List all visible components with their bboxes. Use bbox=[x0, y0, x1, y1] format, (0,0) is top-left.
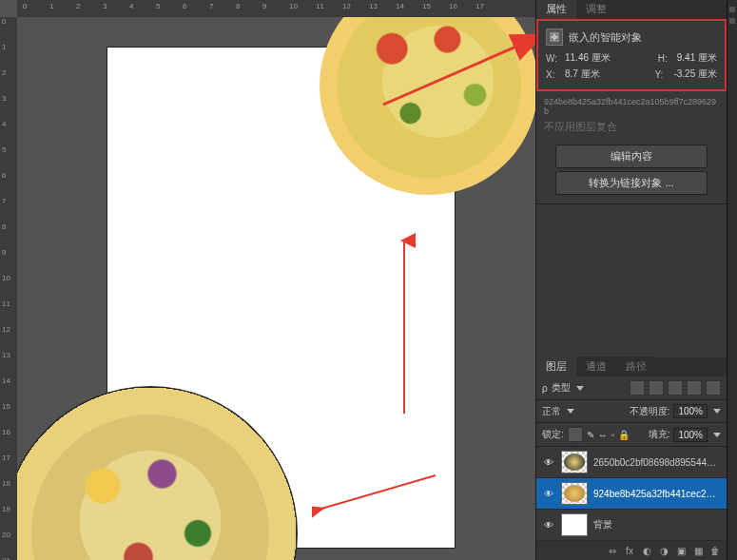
tab-properties[interactable]: 属性 bbox=[536, 0, 576, 19]
link-layers-icon[interactable]: ⇔ bbox=[607, 545, 618, 556]
ruler-tick: 4 bbox=[129, 2, 133, 10]
h-label: H: bbox=[658, 53, 671, 64]
dropdown-icon[interactable] bbox=[576, 386, 584, 391]
ruler-tick: 5 bbox=[156, 2, 160, 10]
ruler-tick: 7 bbox=[2, 197, 6, 205]
artboard[interactable] bbox=[107, 48, 455, 548]
new-layer-icon[interactable]: ▦ bbox=[692, 545, 704, 556]
ruler-tick: 3 bbox=[2, 94, 6, 103]
ruler-tick: 9 bbox=[2, 248, 6, 257]
layer-name[interactable]: 2650b0c2bf08698d895544a5543ca bbox=[593, 457, 721, 468]
layer-row[interactable]: 背景 bbox=[536, 510, 727, 541]
layer-thumbnail[interactable] bbox=[561, 451, 588, 473]
fill-value[interactable]: 100% bbox=[673, 428, 708, 442]
canvas-area[interactable]: 01234567891011121314151617 0123456789101… bbox=[0, 0, 535, 560]
visibility-toggle-icon[interactable] bbox=[542, 519, 555, 531]
opacity-label: 不透明度: bbox=[630, 405, 670, 418]
layer-row[interactable]: 924be8b425a32fb441cec2a105b9f bbox=[536, 478, 727, 510]
group-icon[interactable]: ▣ bbox=[675, 545, 687, 556]
layer-thumbnail[interactable] bbox=[561, 482, 588, 505]
ruler-tick: 0 bbox=[2, 17, 6, 26]
dock-icon[interactable] bbox=[729, 7, 735, 12]
ruler-tick: 15 bbox=[422, 2, 431, 10]
blend-mode-select[interactable]: 正常 bbox=[542, 405, 561, 418]
ruler-tick: 16 bbox=[2, 428, 10, 436]
ruler-tick: 20 bbox=[2, 531, 10, 539]
adjustment-icon[interactable]: ◑ bbox=[658, 545, 669, 556]
layers-panel: ρ 类型 正常 不透明度: 100% 锁定: ✎ bbox=[536, 377, 727, 560]
layers-footer: ⇔ fx ◐ ◑ ▣ ▦ 🗑 bbox=[536, 541, 727, 560]
tab-layers[interactable]: 图层 bbox=[536, 356, 576, 377]
filter-kind-icon[interactable]: ρ bbox=[542, 383, 548, 394]
ruler-tick: 15 bbox=[2, 402, 10, 411]
visibility-toggle-icon[interactable] bbox=[542, 456, 555, 468]
dropdown-icon[interactable] bbox=[713, 433, 721, 437]
filter-text-icon[interactable] bbox=[668, 380, 683, 396]
ruler-tick: 16 bbox=[449, 2, 457, 10]
tab-channels[interactable]: 通道 bbox=[576, 356, 616, 377]
dropdown-icon[interactable] bbox=[567, 409, 574, 414]
ruler-tick: 13 bbox=[369, 2, 378, 10]
dock-icon[interactable] bbox=[729, 18, 735, 24]
ruler-tick: 7 bbox=[209, 2, 213, 10]
ruler-tick: 13 bbox=[2, 351, 10, 359]
lock-artboard-icon[interactable]: ▫ bbox=[611, 430, 615, 440]
x-value[interactable]: 8.7 厘米 bbox=[565, 68, 600, 81]
ruler-tick: 1 bbox=[2, 43, 6, 51]
ruler-tick: 8 bbox=[2, 222, 6, 231]
mask-icon[interactable]: ◐ bbox=[641, 545, 652, 556]
layers-tabbar: 图层 通道 路径 bbox=[536, 357, 727, 377]
stage[interactable] bbox=[17, 17, 535, 560]
ruler-tick: 12 bbox=[342, 2, 351, 10]
ruler-horizontal: 01234567891011121314151617 bbox=[17, 0, 535, 17]
ruler-tick: 5 bbox=[2, 145, 6, 154]
delete-icon[interactable]: 🗑 bbox=[709, 545, 721, 556]
fill-label: 填充: bbox=[649, 428, 670, 441]
edit-contents-button[interactable]: 编辑内容 bbox=[555, 145, 708, 168]
filter-adjust-icon[interactable] bbox=[649, 380, 664, 396]
filter-image-icon[interactable] bbox=[630, 380, 645, 396]
lock-move-icon[interactable]: ↔ bbox=[598, 430, 608, 440]
y-value[interactable]: -3.25 厘米 bbox=[673, 68, 717, 81]
ruler-tick: 6 bbox=[2, 171, 6, 180]
properties-highlight-box: 嵌入的智能对象 W: 11.46 厘米 H: 9.41 厘米 X: 8.7 厘米… bbox=[536, 19, 727, 91]
lock-brush-icon[interactable]: ✎ bbox=[587, 430, 594, 440]
lock-all-icon[interactable]: 🔒 bbox=[618, 430, 630, 440]
filter-shape-icon[interactable] bbox=[687, 380, 702, 396]
ruler-tick: 1 bbox=[49, 2, 53, 10]
layer-list: 2650b0c2bf08698d895544a5543ca924be8b425a… bbox=[536, 447, 727, 541]
x-label: X: bbox=[546, 69, 559, 80]
layer-row[interactable]: 2650b0c2bf08698d895544a5543ca bbox=[536, 447, 727, 478]
smart-object-pizza-bottom[interactable] bbox=[17, 386, 298, 560]
svg-line-2 bbox=[383, 36, 535, 105]
ruler-tick: 18 bbox=[2, 479, 10, 488]
layer-name[interactable]: 924be8b425a32fb441cec2a105b9f bbox=[593, 489, 721, 499]
ruler-tick: 6 bbox=[183, 2, 186, 10]
ruler-tick: 8 bbox=[236, 2, 240, 10]
ruler-vertical: 0123456789101112131415161718192021 bbox=[0, 17, 17, 560]
lock-pixels-icon[interactable] bbox=[568, 427, 583, 442]
ruler-tick: 11 bbox=[2, 299, 10, 308]
ruler-tick: 10 bbox=[2, 274, 10, 282]
annotation-arrow-up bbox=[393, 233, 416, 423]
tab-adjustments[interactable]: 调整 bbox=[576, 0, 616, 19]
opacity-value[interactable]: 100% bbox=[673, 404, 708, 418]
w-value[interactable]: 11.46 厘米 bbox=[565, 51, 611, 65]
layer-thumbnail[interactable] bbox=[561, 513, 588, 536]
lock-label: 锁定: bbox=[542, 428, 564, 441]
ruler-tick: 12 bbox=[2, 325, 10, 334]
h-value[interactable]: 9.41 厘米 bbox=[677, 51, 717, 65]
layer-comp-note: 不应用图层复合 bbox=[544, 118, 719, 142]
filter-kind-label[interactable]: 类型 bbox=[552, 381, 571, 395]
layer-name[interactable]: 背景 bbox=[593, 518, 721, 531]
panel-dock-strip[interactable] bbox=[727, 0, 737, 560]
annotation-arrow-to-panel bbox=[378, 29, 535, 114]
tab-paths[interactable]: 路径 bbox=[616, 356, 656, 377]
convert-to-linked-button[interactable]: 转换为链接对象 ... bbox=[555, 171, 708, 195]
fx-icon[interactable]: fx bbox=[624, 545, 635, 556]
annotation-arrow-down-left bbox=[312, 471, 445, 518]
smart-object-icon bbox=[546, 29, 563, 46]
filter-smart-icon[interactable] bbox=[706, 380, 721, 396]
dropdown-icon[interactable] bbox=[713, 409, 721, 414]
visibility-toggle-icon[interactable] bbox=[542, 488, 555, 499]
